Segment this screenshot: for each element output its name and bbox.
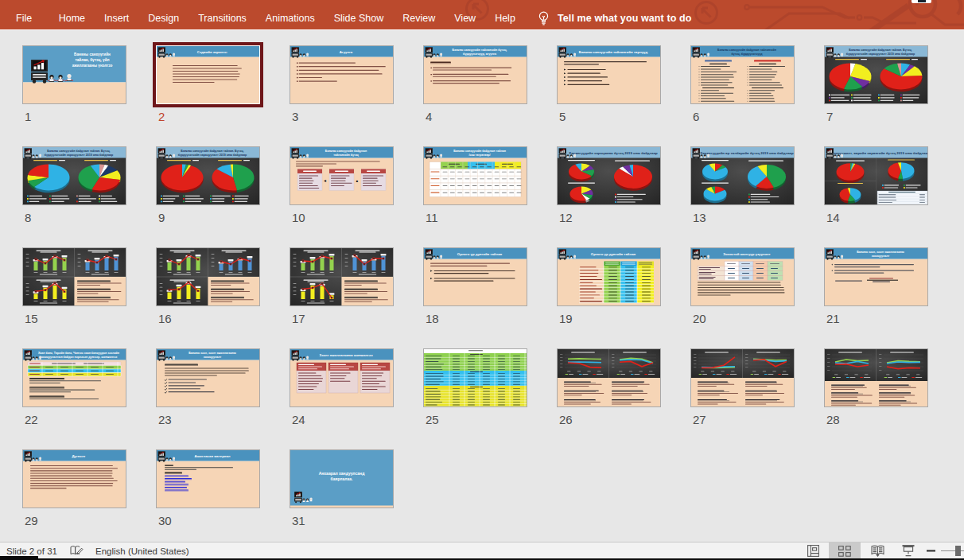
- tell-me-label: Tell me what you want to do: [558, 13, 691, 24]
- svg-text:зохицуулалтын байдал нэрлэсэн: зохицуулалтын байдал нэрлэсэн дүнгээр, ш…: [41, 356, 117, 359]
- slide-thumbnail-11[interactable]: Банкны санхүүгийн байдлын тайлан/сая төг…: [423, 146, 527, 205]
- slide-number-label-8: 8: [22, 212, 134, 224]
- slide-thumbnail-28[interactable]: [824, 348, 928, 407]
- slide-thumbnail-22[interactable]: Хаан банк, Төрийн банк, Чингис хаан банк…: [22, 348, 126, 407]
- ribbon-tab-insert[interactable]: Insert: [95, 7, 138, 29]
- ribbon-tab-file[interactable]: File: [6, 7, 41, 29]
- slide-cell-24: Зээлт ажиллагааны шинжилгээ24: [290, 348, 401, 426]
- slide-thumbnail-5[interactable]: Банкны санхүүгийн тайлангийн төрлүүд: [557, 45, 661, 104]
- slide-thumbnail-10[interactable]: Банкны санхүүгийн байдлынтайлангийн бүтэ…: [290, 146, 394, 205]
- svg-text:Анхаарал хандуулсанд: Анхаарал хандуулсанд: [319, 471, 365, 476]
- svg-text:бүрдүүлэгчийн харьцуулалт 2019: бүрдүүлэгчийн харьцуулалт 2019 оны байдл…: [45, 154, 114, 157]
- slide-thumbnail-3[interactable]: Агуулга: [290, 45, 394, 104]
- svg-text:Банкны санхүүгийн байдлын тайл: Банкны санхүүгийн байдлын тайлан: [453, 150, 506, 153]
- slide-thumbnail-26[interactable]: [557, 348, 661, 407]
- slide-cell-12: Хөрөнгүүдийн харьцааны бүтэц 2019 оны ба…: [557, 146, 668, 224]
- slide-sorter-area: Банкны санхүүгийнтайлан, бүтэц, үйлажилл…: [0, 30, 964, 542]
- slide-number-label-13: 13: [690, 212, 802, 224]
- reading-view-icon: [871, 545, 884, 557]
- svg-text:/сая төгрөгөөр/: /сая төгрөгөөр/: [468, 154, 490, 157]
- slide-cell-25: 25: [423, 348, 534, 426]
- ribbon-tabs: File Home Insert Design Transitions Anim…: [6, 7, 525, 29]
- zoom-out-button[interactable]: [924, 542, 937, 559]
- svg-text:ажиллагааны үнэлгээ: ажиллагааны үнэлгээ: [72, 64, 113, 68]
- slide-thumbnail-29[interactable]: Дүгнэлт: [22, 449, 126, 508]
- zoom-slider-handle[interactable]: [955, 546, 961, 556]
- slide-thumbnail-24[interactable]: Зээлт ажиллагааны шинжилгээ: [290, 348, 394, 407]
- slide-cell-19: Орлого үр дүнгийн тайлан19: [557, 247, 668, 325]
- ribbon-tab-help[interactable]: Help: [485, 7, 525, 29]
- slide-cell-10: Банкны санхүүгийн байдлынтайлангийн бүтэ…: [290, 146, 401, 224]
- slide-sorter-view-icon: [838, 546, 851, 557]
- svg-text:бүтэц, бүрдүүлэгчүүд: бүтэц, бүрдүүлэгчүүд: [732, 52, 764, 56]
- slide-thumbnail-19[interactable]: Орлого үр дүнгийн тайлан: [557, 247, 661, 306]
- svg-text:Санхүүжилт, өөрийн хөрөнгийн б: Санхүүжилт, өөрийн хөрөнгийн бүтэц 2019 …: [831, 151, 927, 155]
- slide-number-label-17: 17: [290, 313, 401, 325]
- slide-number-label-7: 7: [824, 111, 935, 122]
- slide-thumbnail-27[interactable]: [690, 348, 795, 407]
- slide-thumbnail-12[interactable]: Хөрөнгүүдийн харьцааны бүтэц 2019 оны ба…: [557, 146, 661, 205]
- slide-thumbnail-17[interactable]: [290, 247, 394, 306]
- slide-thumbnail-31[interactable]: Анхаарал хандуулсандбаярлалаа.: [290, 449, 394, 508]
- svg-text:Банкны санхүүгийн байдлын тайл: Банкны санхүүгийн байдлын тайлан. Бүтэц,: [849, 49, 912, 52]
- slide-thumbnail-13[interactable]: Хөрөнгүүдийн өр төлбөрийн бүтэц 2019 оны…: [690, 146, 795, 205]
- window-bottom-edge-left: [0, 556, 38, 560]
- slide-cell-2: Сэдвийн зорилго:2: [156, 45, 267, 122]
- slide-thumbnail-1[interactable]: Банкны санхүүгийнтайлан, бүтэц, үйлажилл…: [22, 45, 126, 104]
- svg-text:тайлан, бүтэц, үйл: тайлан, бүтэц, үйл: [75, 57, 109, 62]
- user-avatar[interactable]: [912, 0, 931, 3]
- svg-text:Банкны санхүүгийн тайлангийн б: Банкны санхүүгийн тайлангийн бүтэц,: [453, 49, 507, 52]
- slide-thumbnail-16[interactable]: [156, 247, 260, 306]
- slide-number-label-11: 11: [423, 212, 534, 224]
- svg-text:Дүгнэлт: Дүгнэлт: [72, 454, 86, 458]
- slide-thumbnail-21[interactable]: Банкны зээл, зээлт ажиллагаанызохицуулал…: [824, 247, 928, 306]
- reading-view-button[interactable]: [866, 542, 888, 559]
- slide-number-label-29: 29: [22, 515, 134, 527]
- slide-thumbnail-23[interactable]: Банкны зээл, зээлт ажиллагаанызохицуулал…: [156, 348, 260, 407]
- slide-thumbnail-14[interactable]: Санхүүжилт, өөрийн хөрөнгийн бүтэц 2019 …: [824, 146, 928, 205]
- svg-text:тайлангийн бүтэц: тайлангийн бүтэц: [333, 154, 359, 157]
- slide-number-label-19: 19: [557, 313, 668, 325]
- slideshow-view-button[interactable]: [897, 542, 919, 559]
- tell-me-box[interactable]: Tell me what you want to do: [538, 7, 691, 29]
- ribbon-tab-slideshow[interactable]: Slide Show: [325, 7, 394, 29]
- slide-thumbnail-25[interactable]: [423, 348, 527, 407]
- slide-number-label-24: 24: [290, 414, 401, 426]
- svg-text:зохицуулалт: зохицуулалт: [204, 356, 222, 359]
- ribbon-tab-view[interactable]: View: [445, 7, 485, 29]
- slide-cell-21: Банкны зээл, зээлт ажиллагаанызохицуулал…: [824, 247, 935, 325]
- slide-thumbnail-7[interactable]: Банкны санхүүгийн байдлын тайлан. Бүтэц,…: [824, 45, 928, 104]
- svg-text:Банкны санхүүгийн байдлын тайл: Банкны санхүүгийн байдлын тайлан. Бүтэц,: [181, 150, 243, 153]
- zoom-out-icon: [927, 550, 935, 552]
- slide-thumbnail-6[interactable]: Банкны санхүүгийн байдлын тайлангийнбүтэ…: [690, 45, 795, 104]
- ribbon-tab-home[interactable]: Home: [49, 7, 95, 29]
- slide-thumbnail-30[interactable]: Ашигласан материал: [156, 449, 260, 508]
- ribbon-tab-animations[interactable]: Animations: [256, 7, 325, 29]
- slide-number-label-3: 3: [290, 111, 401, 122]
- language-indicator[interactable]: English (United States): [95, 546, 189, 556]
- svg-text:Хаан банк, Төрийн банк, Чингис: Хаан банк, Төрийн банк, Чингис хаан банк…: [38, 352, 119, 355]
- spellcheck-icon[interactable]: [70, 545, 84, 557]
- slide-indicator[interactable]: Slide 2 of 31: [6, 546, 57, 556]
- slide-cell-8: Банкны санхүүгийн байдлын тайлан. Бүтэц,…: [22, 146, 134, 224]
- slide-cell-3: Агуулга3: [290, 45, 401, 122]
- slide-number-label-5: 5: [557, 111, 668, 122]
- slide-thumbnail-15[interactable]: [22, 247, 126, 306]
- normal-view-button[interactable]: [802, 542, 824, 559]
- slide-thumbnail-9[interactable]: Банкны санхүүгийн байдлын тайлан. Бүтэц,…: [156, 146, 260, 205]
- slide-number-label-25: 25: [423, 414, 534, 426]
- ribbon-tab-design[interactable]: Design: [138, 7, 189, 29]
- slide-cell-27: 27: [690, 348, 802, 426]
- ribbon-tab-review[interactable]: Review: [393, 7, 445, 29]
- slide-thumbnail-2[interactable]: Сэдвийн зорилго:: [156, 45, 260, 104]
- ribbon-tab-transitions[interactable]: Transitions: [189, 7, 256, 29]
- svg-text:Орлого үр дүнгийн тайлан: Орлого үр дүнгийн тайлан: [457, 252, 503, 256]
- slide-cell-26: 26: [557, 348, 668, 426]
- slide-thumbnail-18[interactable]: Орлого үр дүнгийн тайлан: [423, 247, 527, 306]
- svg-text:Зохистой шалгуур үзүүлэлт: Зохистой шалгуур үзүүлэлт: [723, 252, 770, 256]
- slide-thumbnail-20[interactable]: Зохистой шалгуур үзүүлэлт: [690, 247, 795, 306]
- slide-sorter-view-button[interactable]: [829, 542, 861, 559]
- slide-thumbnail-4[interactable]: Банкны санхүүгийн тайлангийн бүтэц,бүрдү…: [423, 45, 527, 104]
- slide-thumbnail-8[interactable]: Банкны санхүүгийн байдлын тайлан. Бүтэц,…: [22, 146, 126, 205]
- slide-cell-17: 17: [290, 247, 401, 325]
